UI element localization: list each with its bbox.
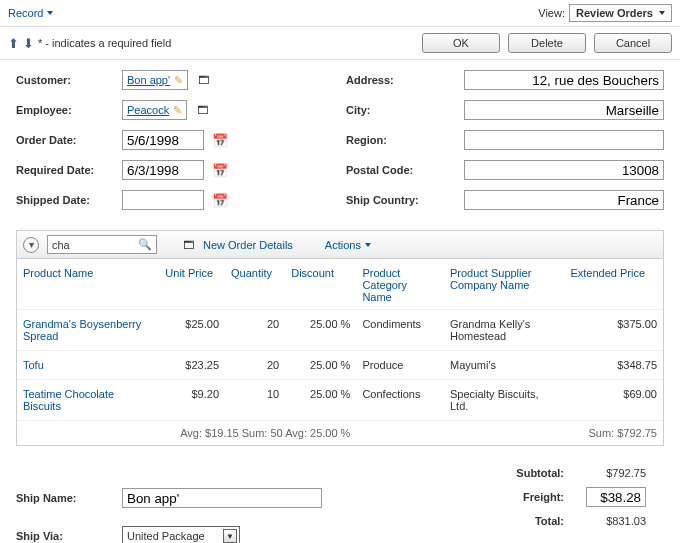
cell-unit-price: $25.00 [159, 310, 225, 351]
employee-label: Employee: [16, 104, 114, 116]
next-record-icon[interactable]: ⬇ [23, 36, 34, 51]
cell-extended: $375.00 [564, 310, 663, 351]
total-label: Total: [508, 512, 572, 530]
actions-menu[interactable]: Actions [325, 239, 371, 251]
ship-via-dropdown[interactable]: United Package ▼ [122, 526, 240, 543]
view-dropdown-value: Review Orders [576, 7, 653, 19]
cell-supplier: Grandma Kelly's Homestead [444, 310, 564, 351]
ship-via-value: United Package [127, 530, 217, 542]
shipped-date-input[interactable] [122, 190, 204, 210]
employee-popup-icon[interactable]: 🗔 [195, 103, 209, 117]
cell-quantity: 20 [225, 351, 285, 380]
subtotal-label: Subtotal: [508, 464, 572, 482]
shipped-date-label: Shipped Date: [16, 194, 114, 206]
dropdown-button-icon[interactable]: ▼ [223, 529, 237, 543]
cell-discount: 25.00 % [285, 351, 356, 380]
required-date-input[interactable] [122, 160, 204, 180]
grid-summary-left: Avg: $19.15 Sum: 50 Avg: 25.00 % [159, 421, 356, 446]
delete-button[interactable]: Delete [508, 33, 586, 53]
table-row[interactable]: Tofu$23.252025.00 %ProduceMayumi's$348.7… [17, 351, 663, 380]
product-link[interactable]: Teatime Chocolate Biscuits [23, 388, 114, 412]
col-product[interactable]: Product Name [17, 259, 159, 310]
new-order-details-link[interactable]: New Order Details [203, 239, 293, 251]
ship-via-label: Ship Via: [16, 530, 114, 542]
pencil-icon: ✎ [174, 74, 183, 87]
cell-unit-price: $9.20 [159, 380, 225, 421]
customer-popup-icon[interactable]: 🗔 [196, 73, 210, 87]
customer-link[interactable]: Bon app' [127, 74, 170, 86]
search-value: cha [52, 239, 70, 251]
postal-input[interactable] [464, 160, 664, 180]
cell-unit-price: $23.25 [159, 351, 225, 380]
grid-summary-right: Sum: $792.75 [564, 421, 663, 446]
address-label: Address: [346, 74, 456, 86]
required-date-label: Required Date: [16, 164, 114, 176]
calendar-icon[interactable]: 📅 [212, 163, 228, 178]
city-label: City: [346, 104, 456, 116]
city-input[interactable] [464, 100, 664, 120]
order-date-input[interactable] [122, 130, 204, 150]
new-details-icon[interactable]: 🗔 [181, 238, 195, 252]
prev-record-icon[interactable]: ⬆ [8, 36, 19, 51]
actions-label: Actions [325, 239, 361, 251]
col-quantity[interactable]: Quantity [225, 259, 285, 310]
customer-label: Customer: [16, 74, 114, 86]
cell-supplier: Specialty Biscuits, Ltd. [444, 380, 564, 421]
cell-extended: $348.75 [564, 351, 663, 380]
table-row[interactable]: Grandma's Boysenberry Spread$25.002025.0… [17, 310, 663, 351]
caret-down-icon [659, 11, 665, 15]
ship-name-label: Ship Name: [16, 492, 114, 504]
col-extended[interactable]: Extended Price [564, 259, 663, 310]
search-input[interactable]: cha 🔍 [47, 235, 157, 254]
cancel-button[interactable]: Cancel [594, 33, 672, 53]
total-value: $831.03 [574, 512, 654, 530]
order-details-grid: ▾ cha 🔍 🗔 New Order Details Actions Prod… [16, 230, 664, 446]
cell-category: Produce [356, 351, 444, 380]
record-menu[interactable]: Record [8, 7, 53, 19]
postal-label: Postal Code: [346, 164, 456, 176]
col-category[interactable]: Product Category Name [356, 259, 444, 310]
col-unit-price[interactable]: Unit Price [159, 259, 225, 310]
search-dropdown-icon[interactable]: ▾ [23, 237, 39, 253]
order-date-label: Order Date: [16, 134, 114, 146]
region-label: Region: [346, 134, 456, 146]
ship-name-input[interactable] [122, 488, 322, 508]
region-input[interactable] [464, 130, 664, 150]
pencil-icon: ✎ [173, 104, 182, 117]
col-supplier[interactable]: Product Supplier Company Name [444, 259, 564, 310]
cell-discount: 25.00 % [285, 380, 356, 421]
cell-extended: $69.00 [564, 380, 663, 421]
record-menu-label: Record [8, 7, 43, 19]
cell-quantity: 20 [225, 310, 285, 351]
country-label: Ship Country: [346, 194, 456, 206]
customer-lookup[interactable]: Bon app' ✎ [122, 70, 188, 90]
caret-down-icon [47, 11, 53, 15]
product-link[interactable]: Tofu [23, 359, 44, 371]
freight-label: Freight: [508, 484, 572, 510]
address-input[interactable] [464, 70, 664, 90]
cell-quantity: 10 [225, 380, 285, 421]
required-hint: * - indicates a required field [38, 37, 171, 49]
cell-category: Condiments [356, 310, 444, 351]
cell-discount: 25.00 % [285, 310, 356, 351]
ok-button[interactable]: OK [422, 33, 500, 53]
calendar-icon[interactable]: 📅 [212, 133, 228, 148]
view-label: View: [538, 7, 565, 19]
product-link[interactable]: Grandma's Boysenberry Spread [23, 318, 141, 342]
freight-input[interactable] [586, 487, 646, 507]
col-discount[interactable]: Discount [285, 259, 356, 310]
employee-link[interactable]: Peacock [127, 104, 169, 116]
cell-category: Confections [356, 380, 444, 421]
magnifier-icon[interactable]: 🔍 [138, 238, 152, 251]
caret-down-icon [365, 243, 371, 247]
cell-supplier: Mayumi's [444, 351, 564, 380]
view-dropdown[interactable]: Review Orders [569, 4, 672, 22]
subtotal-value: $792.75 [574, 464, 654, 482]
country-input[interactable] [464, 190, 664, 210]
calendar-icon[interactable]: 📅 [212, 193, 228, 208]
table-row[interactable]: Teatime Chocolate Biscuits$9.201025.00 %… [17, 380, 663, 421]
employee-lookup[interactable]: Peacock ✎ [122, 100, 187, 120]
